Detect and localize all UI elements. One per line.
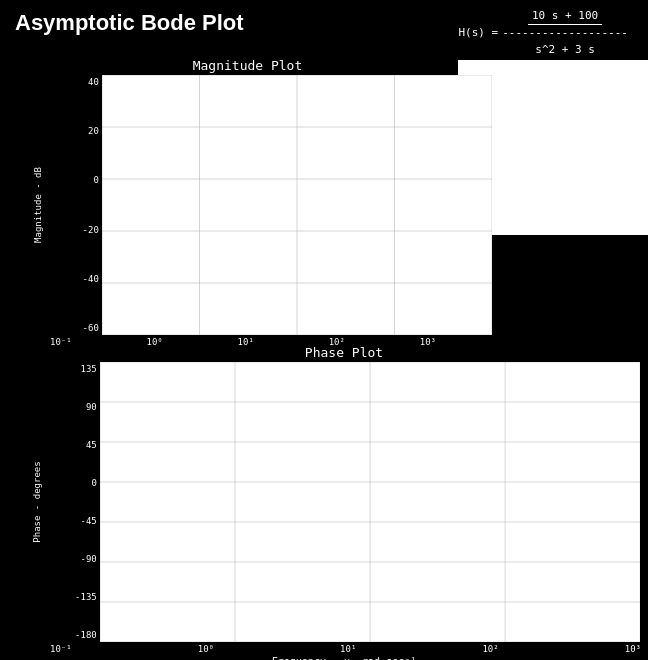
xtick-1e-1-phase: 10⁻¹ <box>50 644 72 654</box>
magnitude-ylabel-col: Magnitude - dB <box>0 75 76 335</box>
tf-divider: ------------------- <box>502 25 628 40</box>
xtick-1e2-phase: 10² <box>482 644 498 654</box>
magnitude-section: Magnitude Plot Magnitude - dB 40 20 0 -2… <box>0 58 640 347</box>
magnitude-plot-area <box>102 75 492 335</box>
ytick-n45: -45 <box>81 516 97 526</box>
ytick-45: 45 <box>86 440 97 450</box>
phase-xlabel: Frequency - ω, rad-sec⁻¹ <box>48 656 640 660</box>
transfer-function: H(s) = 10 s + 100 ------------------- s^… <box>458 8 628 57</box>
magnitude-yticks: 40 20 0 -20 -40 -60 <box>76 75 102 335</box>
ytick-20: 20 <box>88 126 99 136</box>
tf-equation: H(s) = 10 s + 100 ------------------- s^… <box>458 8 628 57</box>
phase-plot-area <box>100 362 640 642</box>
magnitude-grid <box>102 75 492 335</box>
xtick-1e1-phase: 10¹ <box>340 644 356 654</box>
tf-numerator: 10 s + 100 <box>528 8 602 25</box>
xtick-1e0-phase: 10⁰ <box>198 644 214 654</box>
phase-ylabel-col: Phase - degrees <box>0 362 74 642</box>
ytick-n90: -90 <box>81 554 97 564</box>
phase-xticks: 10⁻¹ 10⁰ 10¹ 10² 10³ <box>48 642 643 654</box>
xtick-1e3-phase: 10³ <box>625 644 641 654</box>
ytick-0: 0 <box>93 175 98 185</box>
phase-inner: Phase - degrees 135 90 45 0 -45 -90 -135… <box>0 362 640 642</box>
phase-yticks: 135 90 45 0 -45 -90 -135 -180 <box>74 362 100 642</box>
phase-ylabel: Phase - degrees <box>32 461 42 542</box>
ytick-135: 135 <box>81 364 97 374</box>
ytick-n20: -20 <box>83 225 99 235</box>
ytick-0p: 0 <box>91 478 96 488</box>
ytick-90: 90 <box>86 402 97 412</box>
tf-label: H(s) = <box>458 25 498 40</box>
ytick-n60: -60 <box>83 323 99 333</box>
page-title: Asymptotic Bode Plot <box>15 10 244 36</box>
phase-grid <box>100 362 640 642</box>
phase-section: Phase Plot Phase - degrees 135 90 45 0 -… <box>0 345 640 660</box>
tf-denominator: s^2 + 3 s <box>531 41 599 57</box>
tf-fraction: 10 s + 100 ------------------- s^2 + 3 s <box>502 8 628 57</box>
magnitude-ylabel: Magnitude - dB <box>33 167 43 243</box>
ytick-n40: -40 <box>83 274 99 284</box>
ytick-40: 40 <box>88 77 99 87</box>
magnitude-title: Magnitude Plot <box>50 58 445 75</box>
phase-title: Phase Plot <box>50 345 638 362</box>
magnitude-inner: Magnitude - dB 40 20 0 -20 -40 -60 <box>0 75 640 335</box>
ytick-n135: -135 <box>75 592 97 602</box>
ytick-n180: -180 <box>75 630 97 640</box>
